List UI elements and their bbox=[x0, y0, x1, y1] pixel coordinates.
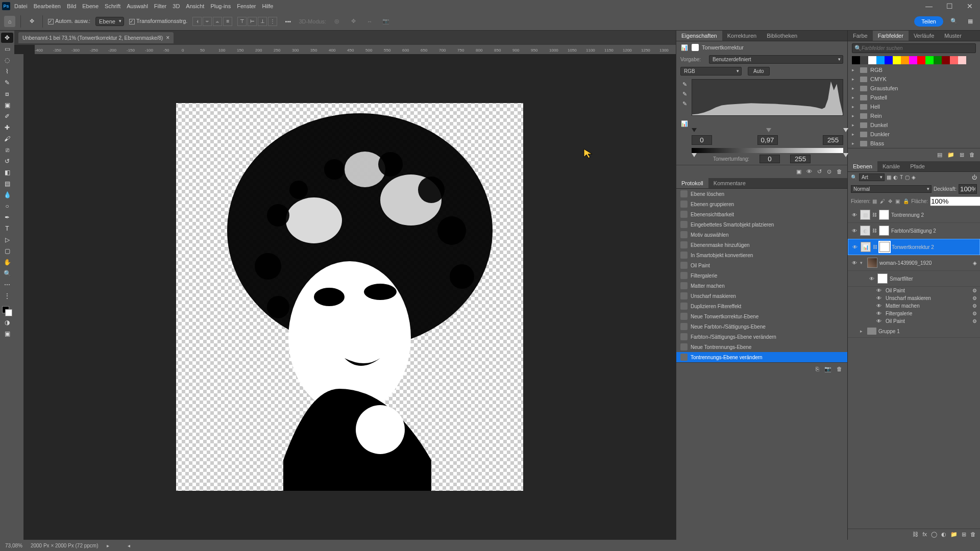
shadow-input[interactable] bbox=[692, 135, 712, 145]
color-swatches[interactable] bbox=[2, 306, 12, 316]
fill-input[interactable] bbox=[930, 196, 980, 206]
history-list[interactable]: EbenensichtbarkeitEbene löschenEbenen gr… bbox=[676, 189, 847, 362]
filter-shape-icon[interactable]: ▢ bbox=[905, 174, 910, 180]
swatch-group-graustufen[interactable]: ▸Graustufen bbox=[848, 84, 980, 93]
delete-layer-icon[interactable]: 🗑 bbox=[970, 531, 976, 538]
layer-hue-saturation[interactable]: 👁 ◐ ⛓ Farbton/Sättigung 2 bbox=[848, 223, 980, 239]
distribute-h-icon[interactable]: ≡ bbox=[223, 17, 232, 26]
share-button[interactable]: Teilen bbox=[914, 16, 943, 27]
healing-tool[interactable]: ✚ bbox=[1, 122, 13, 133]
menu-3d[interactable]: 3D bbox=[173, 3, 180, 9]
more-tools-icon[interactable]: ⋯ bbox=[1, 280, 13, 290]
output-low-slider-handle[interactable] bbox=[692, 153, 697, 157]
layer-posterize[interactable]: 👁 ▤ ⛓ Tontrennung 2 bbox=[848, 207, 980, 223]
history-step[interactable]: Ebenen gruppieren bbox=[676, 199, 847, 209]
menu-bild[interactable]: Bild bbox=[67, 3, 76, 9]
align-right-icon[interactable]: ⫠ bbox=[213, 17, 222, 26]
new-group-icon[interactable]: 📁 bbox=[950, 531, 958, 538]
dodge-tool[interactable]: ○ bbox=[1, 201, 13, 211]
layer-style-icon[interactable]: fx bbox=[922, 531, 927, 538]
history-step[interactable]: Eingebettetes Smartobjekt platzieren bbox=[676, 219, 847, 230]
preset-dropdown[interactable]: Benutzerdefiniert bbox=[709, 55, 843, 64]
swatch[interactable] bbox=[950, 56, 958, 64]
lock-transparency-icon[interactable]: ▦ bbox=[872, 198, 877, 204]
link-layers-icon[interactable]: ⛓ bbox=[913, 531, 918, 538]
menu-plug-ins[interactable]: Plug-ins bbox=[210, 3, 231, 9]
tab-bibliotheken[interactable]: Bibliotheken bbox=[762, 31, 802, 41]
new-layer-icon[interactable]: ⊞ bbox=[962, 531, 966, 538]
mask-thumb[interactable] bbox=[879, 242, 890, 252]
menu-bearbeiten[interactable]: Bearbeiten bbox=[34, 3, 61, 9]
swatch[interactable] bbox=[942, 56, 950, 64]
history-step[interactable]: Ebene löschen bbox=[676, 189, 847, 199]
pen-tool[interactable]: ✒ bbox=[1, 212, 13, 222]
lasso-tool[interactable]: ⌇ bbox=[1, 66, 13, 77]
document-info[interactable]: 2000 Px × 2000 Px (72 ppcm) bbox=[31, 543, 99, 548]
filter-type-icon[interactable]: T bbox=[900, 174, 903, 180]
shape-tool[interactable]: ▢ bbox=[1, 246, 13, 256]
quick-select-tool[interactable]: ✎ bbox=[1, 78, 13, 88]
zoom-level[interactable]: 73,08% bbox=[5, 543, 22, 548]
eyedropper-white-icon[interactable]: ✎ bbox=[682, 101, 687, 107]
menu-datei[interactable]: Datei bbox=[14, 3, 28, 9]
move-tool-icon[interactable]: ✥ bbox=[26, 16, 37, 27]
visibility-icon[interactable]: 👁 bbox=[868, 276, 875, 282]
snapshot-icon[interactable]: 📷 bbox=[824, 366, 831, 372]
tab-kommentare[interactable]: Kommentare bbox=[708, 178, 751, 188]
layer-name[interactable]: Gruppe 1 bbox=[878, 329, 900, 334]
gradient-tool[interactable]: ▤ bbox=[1, 179, 13, 189]
layer-name[interactable]: woman-1439909_1920 bbox=[879, 260, 932, 266]
auto-select-checkbox[interactable]: Autom. ausw.: bbox=[48, 18, 90, 24]
swatch-group-dunkler[interactable]: ▸Dunkler bbox=[848, 130, 980, 139]
status-arrow-icon[interactable]: ▸ bbox=[107, 543, 109, 548]
smart-filter-item[interactable]: 👁Matter machen⚙ bbox=[848, 302, 980, 310]
swatch-search-input[interactable] bbox=[862, 45, 973, 51]
layer-mask-icon[interactable]: ◯ bbox=[931, 531, 937, 538]
swatch[interactable] bbox=[885, 56, 893, 64]
swatch[interactable] bbox=[934, 56, 942, 64]
close-button[interactable]: ✕ bbox=[962, 2, 978, 10]
output-gradient[interactable] bbox=[692, 148, 843, 153]
swatch-group-cmyk[interactable]: ▸CMYK bbox=[848, 74, 980, 84]
eyedropper-black-icon[interactable]: ✎ bbox=[682, 81, 687, 88]
channel-dropdown[interactable]: RGB bbox=[680, 67, 742, 76]
tab-kanäle[interactable]: Kanäle bbox=[877, 161, 905, 171]
menu-ebene[interactable]: Ebene bbox=[82, 3, 99, 9]
tab-eigenschaften[interactable]: Eigenschaften bbox=[676, 31, 722, 41]
swatch[interactable] bbox=[909, 56, 917, 64]
tab-korrekturen[interactable]: Korrekturen bbox=[722, 31, 762, 41]
history-step[interactable]: Ebenensichtbarkeit bbox=[676, 209, 847, 219]
filter-options-icon[interactable]: ⚙ bbox=[972, 288, 977, 293]
frame-tool[interactable]: ▣ bbox=[1, 100, 13, 110]
swatch-search[interactable]: 🔍 bbox=[852, 43, 976, 53]
history-step[interactable]: Duplizieren Filtereffekt bbox=[676, 301, 847, 311]
close-tab-icon[interactable]: × bbox=[166, 34, 169, 41]
swatch-group-rein[interactable]: ▸Rein bbox=[848, 111, 980, 120]
layers-tree[interactable]: 👁 ▤ ⛓ Tontrennung 2 👁 ◐ ⛓ Farbton/Sättig… bbox=[848, 207, 980, 529]
menu-schrift[interactable]: Schrift bbox=[105, 3, 120, 9]
lock-position-icon[interactable]: ✥ bbox=[888, 198, 892, 204]
clip-icon[interactable]: 📊 bbox=[681, 120, 688, 127]
align-bottom-icon[interactable]: ⊥ bbox=[258, 17, 267, 26]
lock-all-icon[interactable]: 🔒 bbox=[903, 198, 909, 204]
menu-hilfe[interactable]: Hilfe bbox=[262, 3, 273, 9]
swatch-view-icon[interactable]: ▤ bbox=[937, 152, 942, 158]
quick-mask-icon[interactable]: ◑ bbox=[1, 317, 13, 328]
output-high-input[interactable] bbox=[790, 155, 811, 163]
midtone-input[interactable] bbox=[757, 135, 778, 145]
filter-pixel-icon[interactable]: ▦ bbox=[887, 174, 891, 180]
link-icon[interactable]: ⛓ bbox=[872, 212, 877, 217]
filter-mask-thumb[interactable] bbox=[877, 273, 888, 284]
history-step[interactable]: Filtergalerie bbox=[676, 270, 847, 281]
distribute-v-icon[interactable]: ⋮ bbox=[268, 17, 277, 26]
new-swatch-group-icon[interactable]: 📁 bbox=[947, 152, 954, 158]
lock-pixels-icon[interactable]: 🖌 bbox=[880, 198, 885, 204]
history-step[interactable]: Unscharf maskieren bbox=[676, 291, 847, 301]
history-step[interactable]: In Smartobjekt konvertieren bbox=[676, 250, 847, 260]
history-step[interactable]: Ebenenmaske hinzufügen bbox=[676, 240, 847, 250]
smart-filters-header[interactable]: 👁 Smartfilter bbox=[848, 271, 980, 287]
tab-protokoll[interactable]: Protokoll bbox=[676, 178, 708, 188]
opacity-input[interactable] bbox=[959, 184, 977, 194]
filter-options-icon[interactable]: ⚙ bbox=[972, 311, 977, 316]
mask-thumb[interactable] bbox=[879, 226, 889, 236]
